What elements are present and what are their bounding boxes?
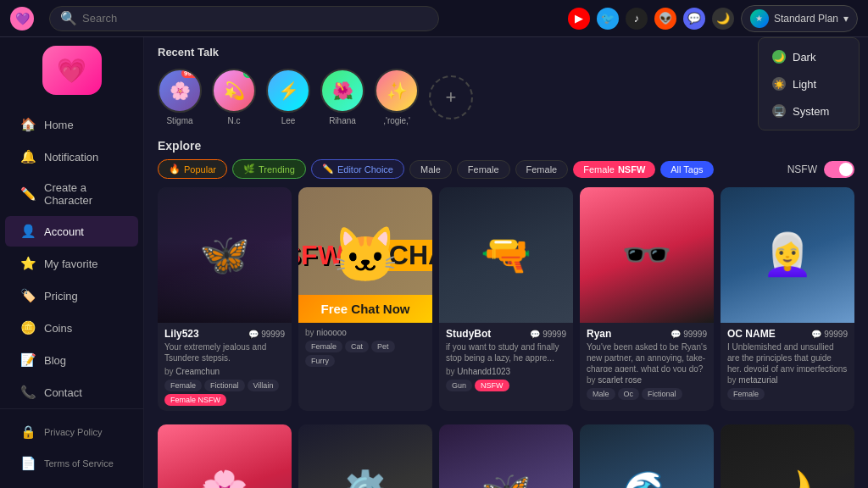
plan-avatar: ★	[750, 9, 769, 28]
card-desc-study: if you want to study and finally stop be…	[446, 341, 566, 363]
card-name-lily523: Lily523	[164, 328, 199, 340]
card-author-ryan: by scarlet rose	[587, 375, 707, 385]
reddit-icon[interactable]: 👽	[654, 8, 676, 30]
tag-villain: Villain	[248, 380, 280, 391]
card-img-b1: 🌸	[158, 424, 292, 488]
pricing-icon: 🏷️	[20, 288, 36, 303]
filter-female2[interactable]: Female	[515, 160, 569, 179]
sidebar-item-terms[interactable]: 📄 Terms of Service	[5, 448, 138, 479]
theme-icon[interactable]: 🌙	[712, 8, 734, 30]
avatar-badge-nc: 12	[243, 69, 256, 78]
theme-dropdown: 🌙 Dark ☀️ Light 🖥️ System	[758, 37, 860, 130]
topbar: 💜 🔍 ▶ 🐦 ♪ 👽 💬 🌙 ★ Standard Plan ▾ 🌙 Dark…	[0, 0, 868, 37]
card-info-promo: by niooooo Female Cat Pet Furry	[298, 323, 432, 372]
avatar-name-lee: Lee	[281, 116, 296, 125]
avatar-rogie[interactable]: ✨ ,'rogie,'	[375, 69, 419, 125]
card-count-ryan: 💬 99999	[670, 330, 707, 339]
card-lily523[interactable]: 🦋 Lily523 💬 99999 Your extremely jealous…	[158, 187, 292, 411]
tag-fictional: Fictional	[204, 380, 245, 391]
coins-icon: 🪙	[20, 320, 36, 336]
card-count-lily523: 💬 99999	[248, 330, 285, 339]
filter-trending[interactable]: 🌿 Trending	[232, 159, 306, 179]
sidebar-label-account: Account	[44, 225, 84, 238]
sidebar-item-coins[interactable]: 🪙 Coins	[5, 313, 138, 343]
free-chat-button[interactable]: Free Chat Now	[298, 295, 432, 323]
nsfw-toggle[interactable]	[824, 161, 854, 178]
card-bottom-2[interactable]: ⚙️	[298, 424, 432, 488]
sidebar-item-create[interactable]: ✏️ Create a Character	[5, 174, 138, 214]
avatar-nc[interactable]: 💫 12 N.c	[212, 69, 256, 125]
card-oc[interactable]: 👩‍🦳 OC NAME 💬 99999 I Unblemished and un…	[721, 187, 854, 411]
card-promo[interactable]: 🐱 NSFW AI CHAT Free Chat Now by ni	[298, 187, 432, 411]
tag-pet: Pet	[371, 341, 395, 352]
avatar-img-rogie: ✨	[375, 69, 419, 113]
filter-female-nsfw[interactable]: Female NSFW	[573, 161, 655, 178]
promo-img-area: 🐱 NSFW AI CHAT Free Chat Now	[298, 187, 432, 323]
tag-gun: Gun	[446, 380, 472, 391]
sidebar-label-favorite: My favorite	[44, 258, 98, 270]
filter-female1[interactable]: Female	[457, 160, 510, 179]
sidebar-item-notification[interactable]: 🔔 Notification	[5, 141, 138, 172]
sidebar-label-terms: Terms of Service	[44, 458, 114, 469]
avatar-name-nc: N.c	[228, 116, 241, 125]
search-icon: 🔍	[60, 10, 77, 26]
avatar-name-rihana: Rihana	[329, 116, 356, 125]
tag-nsfw-s: NSFW	[475, 380, 509, 391]
card-ryan[interactable]: 🕶️ Ryan 💬 99999 You've been asked to be …	[580, 187, 714, 411]
twitter-icon[interactable]: 🐦	[597, 8, 619, 30]
avatar-stigma[interactable]: 🌸 999+ Stigma	[158, 69, 202, 125]
card-study[interactable]: 🔫 StudyBot 💬 99999 if you want to study …	[439, 187, 573, 411]
card-img-study: 🔫	[439, 187, 573, 323]
sidebar-item-account[interactable]: 👤 Account	[5, 216, 138, 247]
monitor-icon: 🖥️	[772, 104, 786, 118]
card-bottom-1[interactable]: 🌸	[158, 424, 292, 488]
avatar-lee[interactable]: ⚡ Lee	[266, 69, 310, 125]
filter-male[interactable]: Male	[409, 160, 452, 179]
card-tags-oc: Female	[727, 388, 848, 400]
avatar-rihana[interactable]: 🌺 Rihana	[320, 69, 364, 125]
tag-cat: Cat	[345, 341, 369, 352]
theme-light[interactable]: ☀️ Light	[759, 70, 859, 97]
sidebar-item-favorite[interactable]: ⭐ My favorite	[5, 248, 138, 279]
card-bottom-3[interactable]: 🦋	[439, 424, 573, 488]
search-input[interactable]	[82, 12, 428, 25]
sidebar-label-privacy: Privacy Policy	[44, 427, 102, 437]
add-avatar-button[interactable]: +	[429, 75, 473, 119]
sidebar-item-privacy[interactable]: 🔒 Privacy Policy	[5, 417, 138, 447]
card-bottom-4[interactable]: 🌊	[580, 424, 714, 488]
sidebar-item-contact[interactable]: 📞 Contact	[5, 377, 138, 408]
sidebar-item-blog[interactable]: 📝 Blog	[5, 345, 138, 375]
card-name-oc: OC NAME	[727, 328, 776, 340]
search-bar[interactable]: 🔍	[49, 6, 439, 31]
avatar-badge-stigma: 999+	[181, 69, 202, 78]
plan-badge[interactable]: ★ Standard Plan ▾	[741, 5, 858, 32]
filter-row: 🔥 Popular 🌿 Trending ✏️ Editor Choice Ma…	[144, 159, 868, 187]
card-img-b5: 🌙	[721, 424, 854, 488]
card-name-study: StudyBot	[446, 328, 491, 340]
sidebar-item-pricing[interactable]: 🏷️ Pricing	[5, 280, 138, 311]
theme-system-label: System	[793, 105, 829, 118]
card-bottom-5[interactable]: 🌙	[721, 424, 854, 488]
card-img-oc: 👩‍🦳	[721, 187, 854, 323]
cards-grid: 🦋 Lily523 💬 99999 Your extremely jealous…	[144, 187, 868, 424]
card-tags-ryan: Male Oc Fictional	[587, 388, 707, 400]
theme-dark-label: Dark	[793, 51, 815, 64]
tag-female-p: Female	[305, 341, 342, 352]
theme-system[interactable]: 🖥️ System	[759, 97, 859, 125]
card-img-b2: ⚙️	[298, 424, 432, 488]
filter-popular[interactable]: 🔥 Popular	[158, 159, 227, 179]
terms-icon: 📄	[20, 456, 36, 471]
sidebar-label-create: Create a Character	[44, 181, 123, 207]
sidebar-item-home[interactable]: 🏠 Home	[5, 109, 138, 140]
filter-editor[interactable]: ✏️ Editor Choice	[311, 159, 404, 179]
theme-dark[interactable]: 🌙 Dark	[759, 43, 859, 70]
filter-all-tags[interactable]: All Tags	[660, 161, 713, 178]
card-info-study: StudyBot 💬 99999 if you want to study an…	[439, 323, 573, 396]
discord-icon[interactable]: 💬	[683, 8, 705, 30]
notification-icon: 🔔	[20, 149, 36, 164]
card-img-lily523: 🦋	[158, 187, 292, 323]
tiktok-icon[interactable]: ♪	[626, 8, 648, 30]
avatar-img-lee: ⚡	[266, 69, 310, 113]
tag-female-oc: Female	[727, 388, 765, 400]
youtube-icon[interactable]: ▶	[568, 8, 590, 30]
